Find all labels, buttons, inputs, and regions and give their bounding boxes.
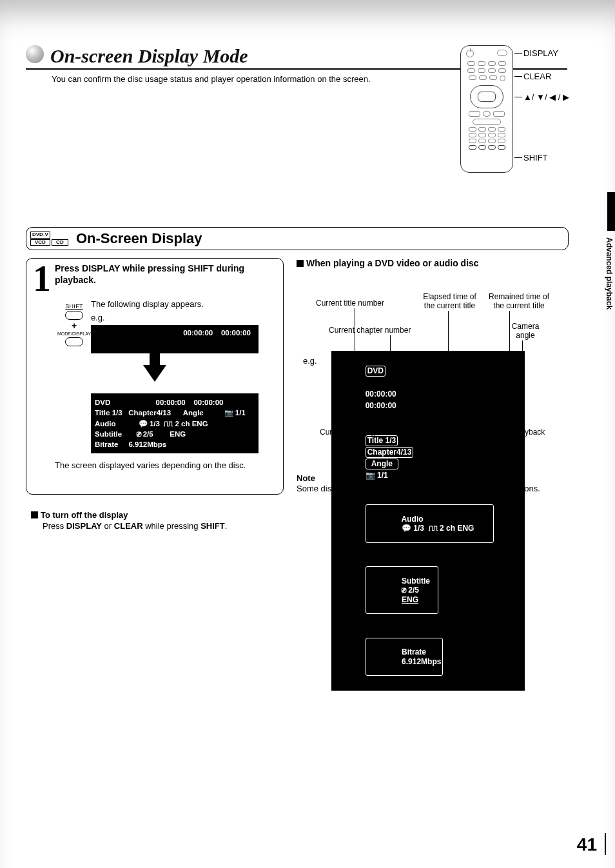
following-text: The following display appears.	[91, 299, 277, 309]
badge-cd: CD	[52, 239, 68, 246]
side-tab-text: Advanced playback	[605, 237, 614, 310]
label-shift: SHIFT	[523, 153, 548, 163]
label-cur-lang: Current language	[320, 428, 380, 437]
page-title: On-screen Display Mode	[50, 45, 248, 67]
label-clear: CLEAR	[523, 72, 551, 81]
callout-diagram: Current title number Elapsed time of the…	[297, 273, 574, 454]
label-nav: ▲/ ▼/ ◀ / ▶	[523, 92, 569, 102]
label-cur-chapter: Current chapter number	[329, 326, 411, 335]
side-tab: Advanced playback	[597, 212, 615, 321]
dvd-subheading: When playing a DVD video or audio disc	[297, 258, 574, 268]
badge-dvdv: DVD-V	[30, 232, 50, 239]
eg-label-left: e.g.	[91, 313, 277, 322]
badge-vcd: VCD	[30, 239, 50, 246]
right-column: When playing a DVD video or audio disc C…	[297, 258, 574, 495]
label-cur-title: Current title number	[316, 299, 384, 308]
label-cur-audio: Current playback audio	[482, 428, 549, 446]
remote-button-combo: SHIFT + MODE/DISPLAY	[57, 304, 91, 348]
square-bullet-icon	[297, 260, 304, 267]
remote-diagram: DISPLAY CLEAR ▲/ ▼/ ◀ / ▶ SHIFT	[460, 45, 589, 173]
label-cur-bitrate: Current Bitrate value	[419, 428, 477, 446]
label-elapsed: Elapsed time of the current title	[419, 293, 480, 311]
remote-callouts: DISPLAY CLEAR ▲/ ▼/ ◀ / ▶ SHIFT	[518, 45, 583, 173]
section-heading-text: On-Screen Display	[76, 230, 202, 247]
label-camera: Camera angle	[506, 322, 545, 340]
osd-display-full: DVD 00:00:00 00:00:00 Title 1/3 Chapter4…	[91, 393, 259, 453]
remote-outline	[460, 45, 513, 173]
disc-badges: DVD-V VCD CD	[30, 232, 68, 246]
square-bullet-icon	[31, 511, 38, 518]
plus-icon: +	[57, 321, 91, 330]
step-instruction: Press DISPLAY while pressing SHIFT durin…	[55, 262, 277, 286]
section-heading: DVD-V VCD CD On-Screen Display	[26, 227, 569, 250]
varies-text: The screen displayed varies depending on…	[55, 460, 277, 471]
step-panel: 1 Press DISPLAY while pressing SHIFT dur…	[26, 258, 284, 495]
intro-text: You can confirm the disc usage status an…	[52, 74, 387, 85]
step-number: 1	[33, 266, 51, 291]
osd-display-small: 00:00:00 00:00:00	[91, 325, 259, 353]
mode-display-button-icon	[65, 337, 83, 346]
label-display: DISPLAY	[523, 48, 558, 58]
dvd-osd-box: DVD 00:00:00 00:00:00 Title 1/3 Chapter4…	[331, 351, 525, 691]
side-tab-bar	[607, 192, 615, 231]
page-number: 41	[577, 834, 597, 855]
label-remained: Remained time of the current title	[487, 293, 551, 311]
eg-label-right: e.g.	[303, 356, 317, 366]
arrow-down-icon	[143, 365, 166, 382]
shift-button-icon	[65, 311, 83, 320]
title-bullet-icon	[26, 45, 44, 63]
